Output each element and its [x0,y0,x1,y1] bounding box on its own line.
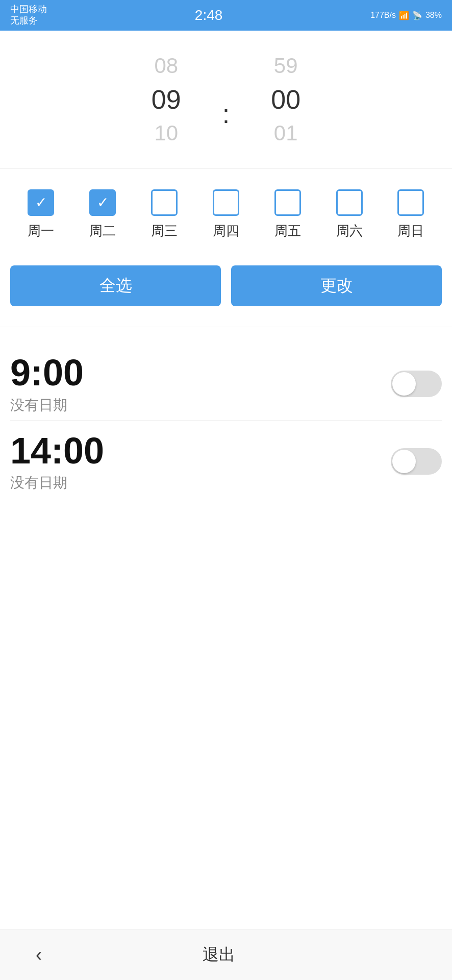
alarm-list: 9:00没有日期14:00没有日期 [0,337,452,929]
day-checkbox-6[interactable]: 周日 [397,189,424,240]
hour-center: 09 [152,81,181,118]
wifi-icon: 📶 [399,11,409,20]
hour-column[interactable]: 08 09 10 [115,51,217,148]
day-label-2: 周三 [151,222,178,240]
alarm-toggle-1[interactable] [391,448,442,475]
checkbox-box-2[interactable] [151,189,178,216]
back-button[interactable]: ‹ [31,939,47,971]
checkmark-0: ✓ [35,195,47,210]
day-checkbox-2[interactable]: 周三 [151,189,178,240]
no-service-label: 无服务 [10,15,47,27]
alarm-date-1: 没有日期 [10,473,104,493]
time-picker[interactable]: 08 09 10 : 59 00 01 [0,31,452,158]
day-checkbox-5[interactable]: 周六 [336,189,363,240]
alarm-item-1: 14:00没有日期 [10,421,442,498]
day-checkbox-1[interactable]: ✓周二 [89,189,116,240]
main-content: 08 09 10 : 59 00 01 ✓周一✓周二周三周四周五周六周日 全选 … [0,31,452,929]
minute-column[interactable]: 59 00 01 [235,51,337,148]
toggle-knob-1 [392,450,416,473]
checkbox-box-4[interactable] [274,189,301,216]
alarm-item-0: 9:00没有日期 [10,342,442,420]
time-separator: : [217,101,235,127]
alarm-date-0: 没有日期 [10,396,84,415]
day-label-3: 周四 [213,222,239,240]
minute-top[interactable]: 59 [274,51,298,81]
checkbox-box-1[interactable]: ✓ [89,189,116,216]
day-label-5: 周六 [336,222,363,240]
alarm-info-1: 14:00没有日期 [10,431,104,493]
status-time: 2:48 [195,7,223,23]
hour-top[interactable]: 08 [154,51,178,81]
alarm-time-0: 9:00 [10,353,84,393]
checkbox-box-3[interactable] [213,189,239,216]
battery-icon: 38% [425,11,442,20]
day-checkbox-4[interactable]: 周五 [274,189,301,240]
checkbox-box-0[interactable]: ✓ [28,189,54,216]
day-label-0: 周一 [28,222,54,240]
checkbox-box-5[interactable] [336,189,363,216]
day-checkbox-3[interactable]: 周四 [213,189,239,240]
hour-bottom[interactable]: 10 [154,118,178,149]
carrier-info: 中国移动 无服务 [10,4,47,26]
minute-center: 00 [271,81,300,118]
select-all-button[interactable]: 全选 [10,265,221,306]
alarm-info-0: 9:00没有日期 [10,353,84,414]
network-speed: 177B/s [370,11,396,20]
exit-button[interactable]: 退出 [203,944,235,966]
checkboxes-row: ✓周一✓周二周三周四周五周六周日 [10,189,442,240]
divider-1 [0,168,452,169]
alarm-toggle-0[interactable] [391,371,442,397]
checkmark-1: ✓ [97,195,109,210]
day-label-6: 周日 [397,222,424,240]
minute-bottom[interactable]: 01 [274,118,298,149]
toggle-knob-0 [392,372,416,396]
days-section: ✓周一✓周二周三周四周五周六周日 [0,179,452,255]
day-label-4: 周五 [274,222,301,240]
status-bar: 中国移动 无服务 2:48 177B/s 📶 📡 38% [0,0,452,31]
change-button[interactable]: 更改 [231,265,442,306]
alarm-time-1: 14:00 [10,431,104,471]
bottom-nav: ‹ 退出 [0,929,452,980]
signal-icon: 📡 [412,11,422,20]
status-icons: 177B/s 📶 📡 38% [370,11,442,20]
divider-2 [0,327,452,327]
carrier-name: 中国移动 [10,4,47,15]
day-label-1: 周二 [89,222,116,240]
buttons-row: 全选 更改 [0,255,452,316]
checkbox-box-6[interactable] [397,189,424,216]
day-checkbox-0[interactable]: ✓周一 [28,189,54,240]
